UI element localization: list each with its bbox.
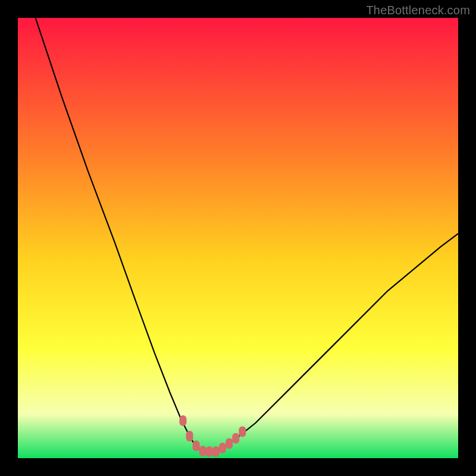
gradient-bg <box>18 18 458 458</box>
marker-dot <box>219 443 226 453</box>
chart-frame <box>18 18 458 458</box>
marker-dot <box>193 440 200 451</box>
bottleneck-chart <box>18 18 458 458</box>
marker-dot <box>180 415 187 426</box>
marker-dot <box>232 433 239 444</box>
marker-dot <box>186 431 193 441</box>
marker-dot <box>239 427 246 437</box>
marker-dot <box>226 439 233 449</box>
marker-dot <box>206 446 213 457</box>
marker-dot <box>199 446 206 456</box>
watermark-text: TheBottleneck.com <box>366 4 470 17</box>
marker-dot <box>212 446 220 457</box>
